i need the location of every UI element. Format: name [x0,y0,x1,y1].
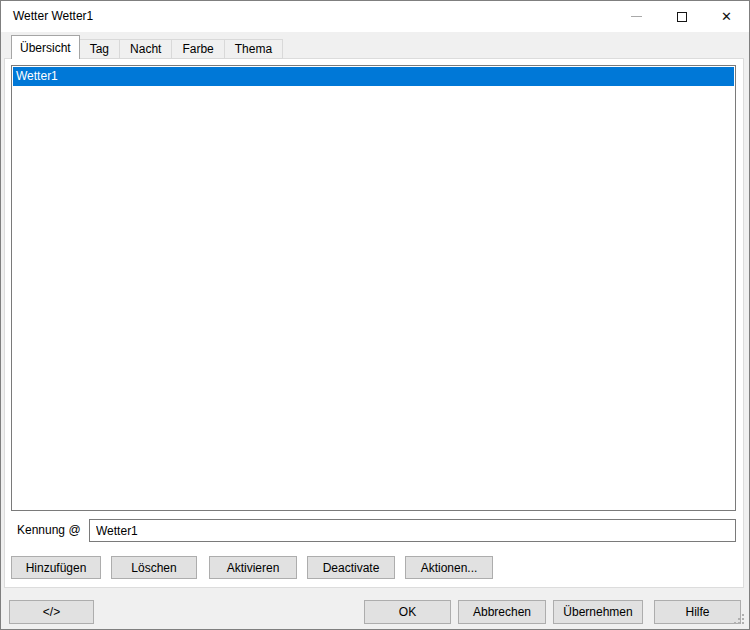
titlebar: Wetter Wetter1 ✕ [1,1,749,32]
resize-grip-icon[interactable] [734,614,746,626]
kennung-label: Kennung @ [17,523,81,537]
minimize-icon [631,16,642,17]
code-button[interactable]: </> [9,600,94,624]
tab-tag[interactable]: Tag [79,39,120,59]
maximize-button[interactable] [659,1,704,32]
list-item-wetter1[interactable]: Wetter1 [13,67,734,86]
tab-farbe[interactable]: Farbe [171,39,224,59]
tab-nacht[interactable]: Nacht [119,39,172,59]
minimize-button[interactable] [614,1,659,32]
hilfe-button[interactable]: Hilfe [654,600,741,624]
window-controls: ✕ [614,1,749,32]
maximize-icon [677,12,687,22]
close-icon: ✕ [721,10,732,23]
weather-list[interactable]: Wetter1 [11,65,736,511]
uebernehmen-button[interactable]: Übernehmen [553,600,643,624]
aktionen-button[interactable]: Aktionen... [405,556,493,579]
ok-button[interactable]: OK [364,600,451,624]
deactivate-button[interactable]: Deactivate [307,556,395,579]
tab-bar: Übersicht Tag Nacht Farbe Thema [11,35,283,59]
aktivieren-button[interactable]: Aktivieren [209,556,297,579]
close-button[interactable]: ✕ [704,1,749,32]
loeschen-button[interactable]: Löschen [111,556,197,579]
kennung-input[interactable] [89,519,736,542]
tab-thema[interactable]: Thema [224,39,283,59]
tab-uebersicht[interactable]: Übersicht [11,35,80,59]
dialog-window: Wetter Wetter1 ✕ Übersicht Tag Nacht Far… [0,0,750,630]
abbrechen-button[interactable]: Abbrechen [458,600,546,624]
window-title: Wetter Wetter1 [13,1,93,32]
hinzufuegen-button[interactable]: Hinzufügen [11,556,101,579]
